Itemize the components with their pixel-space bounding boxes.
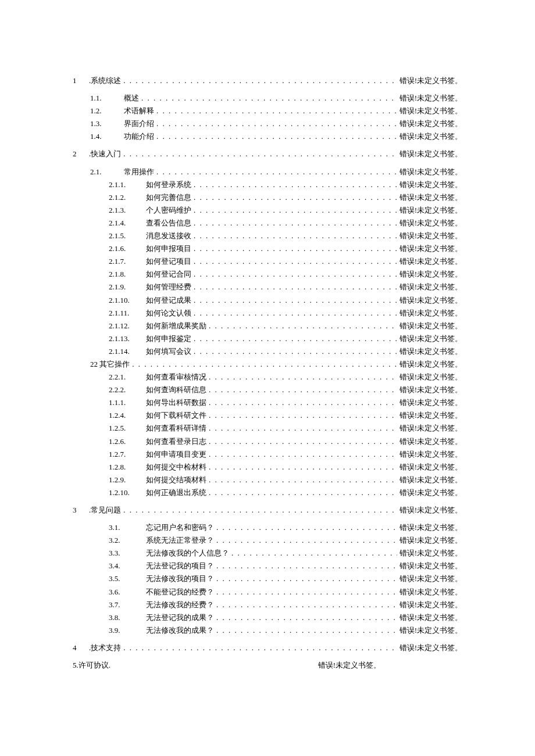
- toc-entry[interactable]: 3.5.无法修改我的项目？ 错误!未定义书签。: [73, 572, 462, 585]
- toc-entry-page: 错误!未定义书签。: [397, 191, 462, 204]
- toc-leader-dots: [194, 242, 397, 255]
- toc-entry-title: 如何申报项目: [146, 242, 194, 255]
- toc-entry-title: 如何完善信息: [146, 191, 194, 204]
- toc-entry[interactable]: 1.2.术语解释 错误!未定义书签。: [73, 105, 462, 117]
- toc-entry[interactable]: 3.8.无法登记我的成果？ 错误!未定义书签。: [73, 611, 462, 624]
- toc-entry[interactable]: 2.1.4.查看公告信息 错误!未定义书签。: [73, 217, 462, 230]
- toc-entry-page: 错误!未定义书签。: [397, 74, 462, 87]
- toc-entry[interactable]: 2.1.6.如何申报项目 错误!未定义书签。: [73, 242, 462, 255]
- toc-leader-dots: [123, 504, 397, 517]
- toc-entry-page: 错误!未定义书签。: [397, 332, 462, 345]
- toc-entry-number: 1.2.4.: [109, 409, 146, 422]
- toc-entry[interactable]: 2.1.5.消息发送接收 错误!未定义书签。: [73, 230, 462, 242]
- toc-entry-title: .常见问题: [89, 504, 123, 517]
- toc-leader-dots: [194, 345, 397, 358]
- toc-leader-dots: [216, 599, 397, 611]
- toc-entry[interactable]: 1.2.8.如何提交中检材料 错误!未定义书签。: [73, 461, 462, 474]
- toc-entry[interactable]: 1.2.4.如何下载科研文件 错误!未定义书签。: [73, 409, 462, 422]
- toc-entry[interactable]: 1.2.7.如何申请项目变更 错误!未定义书签。: [73, 448, 462, 461]
- toc-entry-number: 2.1.11.: [109, 307, 146, 320]
- toc-entry[interactable]: 4.技术支持 错误!未定义书签。: [73, 642, 462, 654]
- toc-entry[interactable]: 1.2.6.如何查看登录日志 错误!未定义书签。: [73, 435, 462, 448]
- toc-entry-page: 错误!未定义书签。: [397, 435, 462, 448]
- toc-entry[interactable]: 2.1.12.如何新增成果奖励 错误!未定义书签。: [73, 320, 462, 332]
- toc-entry-title: 如何下载科研文件: [146, 409, 209, 422]
- toc-leader-dots: [194, 307, 397, 320]
- toc-entry-number: 2.1.2.: [109, 191, 146, 204]
- toc-entry-page: 错误!未定义书签。: [397, 281, 462, 293]
- toc-entry[interactable]: 1.系统综述 错误!未定义书签。: [73, 74, 462, 87]
- toc-entry[interactable]: 2.1.2.如何完善信息 错误!未定义书签。: [73, 191, 462, 204]
- toc-entry-number: 2.2.1.: [109, 371, 146, 384]
- toc-leader-dots: [123, 74, 397, 87]
- toc-entry[interactable]: 2.1.常用操作 错误!未定义书签。: [73, 166, 462, 178]
- toc-entry-number: 2.1.3.: [109, 204, 146, 217]
- toc-entry[interactable]: 2.1.11.如何论文认领 错误!未定义书签。: [73, 307, 462, 320]
- toc-entry-page: 错误!未定义书签。: [397, 504, 462, 517]
- toc-entry[interactable]: 2.1.14.如何填写会议 错误!未定义书签。: [73, 345, 462, 358]
- toc-entry[interactable]: 2.1.10.如何登记成果 错误!未定义书签。: [73, 294, 462, 307]
- toc-entry[interactable]: 2.2.1.如何查看审核情况 错误!未定义书签。: [73, 371, 462, 384]
- toc-leader-dots: [156, 117, 397, 130]
- toc-entry[interactable]: 3.7.无法修改我的经费？ 错误!未定义书签。: [73, 599, 462, 611]
- toc-entry[interactable]: 3.3.无法修改我的个人信息？ 错误!未定义书签。: [73, 547, 462, 560]
- toc-entry[interactable]: 3.2.系统无法正常登录？ 错误!未定义书签。: [73, 534, 462, 547]
- toc-entry-page: 错误!未定义书签。: [397, 204, 462, 217]
- toc-entry[interactable]: 2.1.3.个人密码维护 错误!未定义书签。: [73, 204, 462, 217]
- toc-entry[interactable]: 1.1.概述 错误!未定义书签。: [73, 92, 462, 105]
- toc-entry[interactable]: 1.2.10.如何正确退出系统 错误!未定义书签。: [73, 486, 462, 499]
- toc-leader-dots: [209, 422, 397, 435]
- toc-entry-title: .系统综述: [89, 74, 123, 87]
- toc-leader-dots: [216, 572, 397, 585]
- toc-leader-dots: [209, 409, 397, 422]
- toc-entry-title: 如何查询科研信息: [146, 384, 209, 396]
- toc-entry[interactable]: 1.2.5.如何查看科研详情 错误!未定义书签。: [73, 422, 462, 435]
- toc-entry[interactable]: 1.2.9.如何提交结项材料 错误!未定义书签。: [73, 474, 462, 486]
- toc-leader-dots: [209, 371, 397, 384]
- toc-entry[interactable]: 2.2.2.如何查询科研信息 错误!未定义书签。: [73, 384, 462, 396]
- toc-entry-page: 错误!未定义书签。: [397, 358, 462, 371]
- toc-entry-title: 查看公告信息: [146, 217, 194, 230]
- toc-entry-number: 3.7.: [109, 599, 146, 611]
- toc-container: 1.系统综述 错误!未定义书签。1.1.概述 错误!未定义书签。1.2.术语解释…: [73, 70, 462, 659]
- toc-entry-title: 无法登记我的成果？: [146, 611, 216, 624]
- toc-entry[interactable]: 3.4.无法登记我的项目？ 错误!未定义书签。: [73, 560, 462, 572]
- toc-entry-number: 1.2.: [90, 105, 124, 117]
- toc-entry-page: 错误!未定义书签。: [397, 547, 462, 560]
- toc-entry[interactable]: 3.常见问题 错误!未定义书签。: [73, 504, 462, 517]
- toc-leader-dots: [194, 230, 397, 242]
- toc-leader-dots: [141, 92, 397, 105]
- toc-entry[interactable]: 2.1.9.如何管理经费 错误!未定义书签。: [73, 281, 462, 293]
- toc-entry[interactable]: 3.9.无法修改我的成果？ 错误!未定义书签。: [73, 624, 462, 637]
- toc-entry[interactable]: 22 其它操作 错误!未定义书签。: [73, 358, 462, 371]
- toc-entry-number: 2.1.10.: [109, 294, 146, 307]
- toc-entry[interactable]: 3.1.忘记用户名和密码？ 错误!未定义书签。: [73, 521, 462, 534]
- toc-entry[interactable]: 2.1.7.如何登记项目 错误!未定义书签。: [73, 255, 462, 268]
- toc-special-right: 错误!未定义书签。: [318, 659, 462, 672]
- toc-leader-dots: [231, 547, 397, 560]
- toc-entry-title: 不能登记我的经费？: [146, 586, 216, 599]
- toc-entry-page: 错误!未定义书签。: [397, 560, 462, 572]
- toc-entry[interactable]: 2.1.1.如何登录系统 错误!未定义书签。: [73, 178, 462, 191]
- toc-entry[interactable]: 1.3.界面介绍 错误!未定义书签。: [73, 117, 462, 130]
- toc-entry-title: 如何查看科研详情: [146, 422, 209, 435]
- toc-entry-title: 系统无法正常登录？: [146, 534, 216, 547]
- toc-entry[interactable]: 2.快速入门 错误!未定义书签。: [73, 148, 462, 160]
- toc-entry-number: 2.1.: [90, 166, 124, 178]
- toc-entry-number: 2.1.6.: [109, 242, 146, 255]
- toc-entry-page: 错误!未定义书签。: [397, 92, 462, 105]
- toc-entry-title: 个人密码维护: [146, 204, 194, 217]
- toc-entry-page: 错误!未定义书签。: [397, 105, 462, 117]
- toc-entry[interactable]: 3.6.不能登记我的经费？ 错误!未定义书签。: [73, 586, 462, 599]
- toc-entry-number: 2.1.9.: [109, 281, 146, 293]
- toc-entry[interactable]: 2.1.8.如何登记合同 错误!未定义书签。: [73, 268, 462, 281]
- toc-entry-page: 错误!未定义书签。: [397, 255, 462, 268]
- toc-entry[interactable]: 1.4.功能介绍 错误!未定义书签。: [73, 130, 462, 143]
- toc-entry-number: 3.5.: [109, 572, 146, 585]
- toc-entry-title: 界面介绍: [124, 117, 156, 130]
- toc-entry-page: 错误!未定义书签。: [397, 624, 462, 637]
- toc-entry[interactable]: 2.1.13.如何申报鉴定 错误!未定义书签。: [73, 332, 462, 345]
- toc-entry-title: 消息发送接收: [146, 230, 194, 242]
- toc-leader-dots: [216, 534, 397, 547]
- toc-entry[interactable]: 1.1.1.如何导出科研数据 错误!未定义书签。: [73, 396, 462, 409]
